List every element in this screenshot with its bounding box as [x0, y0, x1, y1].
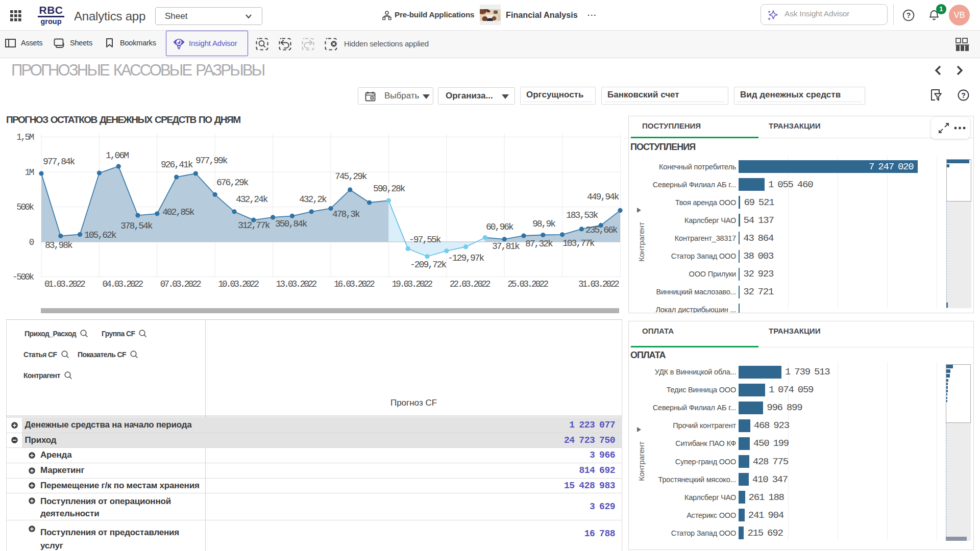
svg-text:83,98k: 83,98k — [45, 240, 72, 251]
svg-text:31.03.2022: 31.03.2022 — [578, 279, 619, 289]
svg-text:-209,72k: -209,72k — [410, 260, 447, 270]
svg-text:402,85k: 402,85k — [162, 207, 194, 217]
svg-text:25.03.2022: 25.03.2022 — [507, 279, 548, 289]
svg-text:87,32k: 87,32k — [525, 239, 553, 249]
svg-text:1M: 1M — [25, 167, 34, 178]
svg-text:350,84k: 350,84k — [275, 219, 307, 229]
svg-text:500k: 500k — [16, 202, 34, 212]
svg-text:16.03.2022: 16.03.2022 — [334, 279, 375, 289]
svg-text:105,62k: 105,62k — [84, 230, 116, 240]
svg-text:?: ? — [961, 91, 966, 99]
svg-text:13.03.2022: 13.03.2022 — [276, 279, 317, 289]
svg-text:-500k: -500k — [12, 272, 34, 282]
svg-text:04.03.2022: 04.03.2022 — [102, 279, 143, 289]
svg-text:19.03.2022: 19.03.2022 — [391, 279, 432, 289]
svg-text:103,77k: 103,77k — [562, 238, 595, 248]
svg-text:977,84k: 977,84k — [43, 157, 75, 167]
svg-text:432,2k: 432,2k — [299, 194, 327, 205]
svg-text:590,28k: 590,28k — [373, 184, 405, 194]
svg-text:676,29k: 676,29k — [216, 178, 249, 188]
svg-text:-97,55k: -97,55k — [409, 235, 441, 245]
svg-text:235,66k: 235,66k — [585, 225, 618, 235]
svg-text:478,3k: 478,3k — [332, 209, 360, 219]
svg-text:-129,97k: -129,97k — [448, 253, 484, 263]
svg-text:98,9k: 98,9k — [532, 219, 555, 229]
svg-text:926,41k: 926,41k — [161, 160, 193, 170]
svg-text:22.03.2022: 22.03.2022 — [450, 279, 491, 289]
svg-text:977,99k: 977,99k — [195, 156, 228, 166]
svg-text:10.03.2022: 10.03.2022 — [218, 279, 259, 289]
svg-text:449,94k: 449,94k — [587, 192, 619, 202]
svg-text:07.03.2022: 07.03.2022 — [160, 279, 201, 289]
svg-text:1,06M: 1,06M — [106, 151, 129, 161]
svg-text:60,96k: 60,96k — [486, 222, 513, 232]
svg-text:37,81k: 37,81k — [492, 241, 520, 252]
svg-text:01.03.2022: 01.03.2022 — [44, 279, 85, 289]
svg-text:378,54k: 378,54k — [120, 221, 153, 231]
svg-text:312,77k: 312,77k — [238, 220, 270, 231]
svg-text:183,53k: 183,53k — [566, 210, 598, 220]
svg-text:745,29k: 745,29k — [335, 171, 367, 182]
svg-text:432,24k: 432,24k — [236, 194, 268, 205]
svg-text:0: 0 — [29, 237, 34, 247]
svg-text:?: ? — [906, 11, 911, 19]
svg-text:1,5M: 1,5M — [16, 132, 34, 142]
